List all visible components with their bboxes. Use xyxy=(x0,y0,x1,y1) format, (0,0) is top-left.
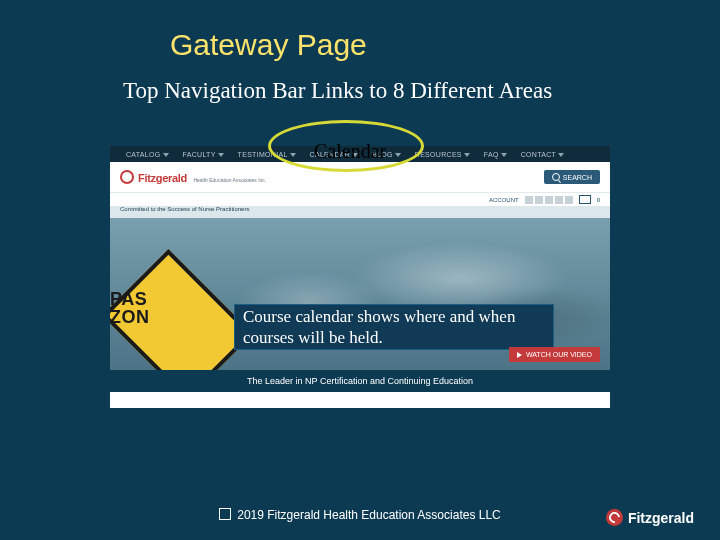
cart-count: 0 xyxy=(597,197,600,203)
search-icon xyxy=(552,173,560,181)
copyright-box-icon xyxy=(219,508,231,520)
road-sign: PAS ZON xyxy=(118,258,222,338)
nav-item-catalog[interactable]: CATALOG xyxy=(126,151,169,158)
nav-item-faq[interactable]: FAQ xyxy=(484,151,507,158)
brand-name: Fitzgerald xyxy=(138,172,187,184)
footer-brand: Fitzgerald xyxy=(628,510,694,526)
hero-area: PAS ZON Course calendar shows where and … xyxy=(110,218,610,370)
description-box: Course calendar shows where and when cou… xyxy=(234,304,554,350)
social-icon[interactable] xyxy=(565,196,573,204)
brand-sub: Health Education Associates Inc. xyxy=(193,177,266,183)
account-bar: ACCOUNT 0 xyxy=(110,192,610,206)
slide-subtitle: Top Navigation Bar Links to 8 Different … xyxy=(123,78,552,104)
chevron-down-icon xyxy=(501,153,507,157)
embedded-screenshot: CATALOG FACULTY TESTIMONIAL CALENDAR BLO… xyxy=(110,146,610,408)
nav-item-contact[interactable]: CONTACT xyxy=(521,151,564,158)
social-icon[interactable] xyxy=(545,196,553,204)
calendar-callout: Calendar xyxy=(314,140,386,163)
thumbnail-strip xyxy=(110,392,610,408)
slide-title: Gateway Page xyxy=(170,28,367,62)
watch-video-button[interactable]: WATCH OUR VIDEO xyxy=(509,347,600,362)
site-tagline: Committed to the Success of Nurse Practi… xyxy=(120,206,249,212)
watch-label: WATCH OUR VIDEO xyxy=(526,351,592,358)
sign-text: PAS ZON xyxy=(110,290,206,326)
social-icons xyxy=(525,196,573,204)
chevron-down-icon xyxy=(558,153,564,157)
logo-swirl-icon xyxy=(606,509,623,526)
nav-item-resources[interactable]: RESOURCES xyxy=(415,151,470,158)
search-label: SEARCH xyxy=(563,174,592,181)
social-icon[interactable] xyxy=(525,196,533,204)
cart-icon[interactable] xyxy=(579,195,591,204)
logo-swirl-icon xyxy=(120,170,134,184)
social-icon[interactable] xyxy=(555,196,563,204)
chevron-down-icon xyxy=(218,153,224,157)
hero-caption-bar: The Leader in NP Certification and Conti… xyxy=(110,370,610,392)
site-logo[interactable]: Fitzgerald Health Education Associates I… xyxy=(120,168,266,186)
footer-logo: Fitzgerald xyxy=(606,509,694,526)
chevron-down-icon xyxy=(163,153,169,157)
nav-item-faculty[interactable]: FACULTY xyxy=(183,151,224,158)
chevron-down-icon xyxy=(464,153,470,157)
account-link[interactable]: ACCOUNT xyxy=(489,197,519,203)
search-button[interactable]: SEARCH xyxy=(544,170,600,184)
social-icon[interactable] xyxy=(535,196,543,204)
slide: Gateway Page Top Navigation Bar Links to… xyxy=(0,0,720,540)
play-icon xyxy=(517,352,522,358)
